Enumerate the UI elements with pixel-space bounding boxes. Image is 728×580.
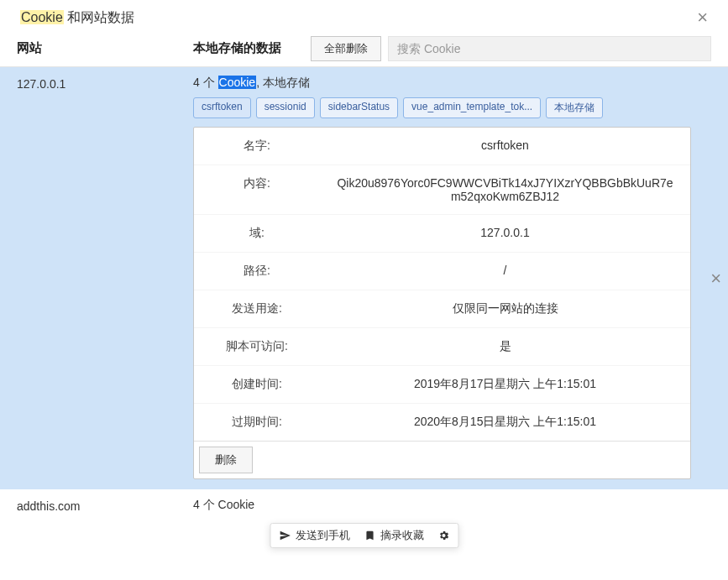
collect-button[interactable]: 摘录收藏 <box>364 528 424 543</box>
row-site: 127.0.0.1 <box>17 76 193 91</box>
send-to-phone-button[interactable]: 发送到手机 <box>279 528 350 543</box>
row-summary: 4 个 Cookie <box>193 498 691 513</box>
row-remove-icon[interactable]: × <box>710 268 721 290</box>
col-data-header: 本地存储的数据 <box>193 40 311 56</box>
close-icon[interactable]: × <box>697 7 708 29</box>
cookie-list[interactable]: 127.0.0.1 4 个 Cookie, 本地存储 csrftoken ses… <box>0 67 728 537</box>
send-icon <box>279 530 291 541</box>
chip-list: csrftoken sessionid sidebarStatus vue_ad… <box>193 97 691 118</box>
delete-all-button[interactable]: 全部删除 <box>311 36 381 61</box>
field-content-label: 内容: <box>194 176 320 203</box>
field-created-value: 2019年8月17日星期六 上午1:15:01 <box>320 377 690 392</box>
floating-toolbar: 发送到手机 摘录收藏 <box>270 523 458 548</box>
field-send-label: 发送用途: <box>194 301 320 316</box>
settings-button[interactable] <box>437 530 449 541</box>
title-rest: 和网站数据 <box>64 10 134 24</box>
bookmark-icon <box>364 530 375 541</box>
field-domain-value: 127.0.0.1 <box>320 226 690 241</box>
gear-icon <box>437 530 449 541</box>
field-content-value: Qik20u8976Yorc0FC9WWCVBiTk14xJ7YIXzrYQBB… <box>320 176 690 203</box>
table-row[interactable]: 127.0.0.1 4 个 Cookie, 本地存储 csrftoken ses… <box>0 67 728 489</box>
field-name-label: 名字: <box>194 138 320 154</box>
chip-sessionid[interactable]: sessionid <box>256 97 315 118</box>
search-input[interactable] <box>388 36 711 61</box>
field-domain-label: 域: <box>194 226 320 241</box>
field-send-value: 仅限同一网站的连接 <box>320 301 690 316</box>
chip-csrftoken[interactable]: csrftoken <box>193 97 251 118</box>
chip-sidebarstatus[interactable]: sidebarStatus <box>320 97 398 118</box>
dialog-title: Cookie 和网站数据 <box>20 9 134 27</box>
field-script-label: 脚本可访问: <box>194 339 320 354</box>
title-highlight: Cookie <box>20 10 64 24</box>
field-expires-label: 过期时间: <box>194 415 320 430</box>
col-site-header: 网站 <box>17 40 193 56</box>
chip-vue-admin-token[interactable]: vue_admin_template_tok... <box>403 97 541 118</box>
row-summary: 4 个 Cookie, 本地存储 <box>193 76 691 91</box>
field-expires-value: 2020年8月15日星期六 上午1:15:01 <box>320 415 690 430</box>
field-path-label: 路径: <box>194 264 320 279</box>
field-path-value: / <box>320 264 690 279</box>
field-script-value: 是 <box>320 339 690 354</box>
row-site: addthis.com <box>17 498 193 513</box>
table-header: 网站 本地存储的数据 全部删除 <box>0 35 728 67</box>
cookie-detail-panel: 名字:csrftoken 内容:Qik20u8976Yorc0FC9WWCVBi… <box>193 127 691 479</box>
summary-highlight: Cookie <box>218 76 257 89</box>
field-created-label: 创建时间: <box>194 377 320 392</box>
chip-localstorage[interactable]: 本地存储 <box>546 97 603 118</box>
delete-cookie-button[interactable]: 删除 <box>199 447 253 473</box>
field-name-value: csrftoken <box>320 138 690 154</box>
